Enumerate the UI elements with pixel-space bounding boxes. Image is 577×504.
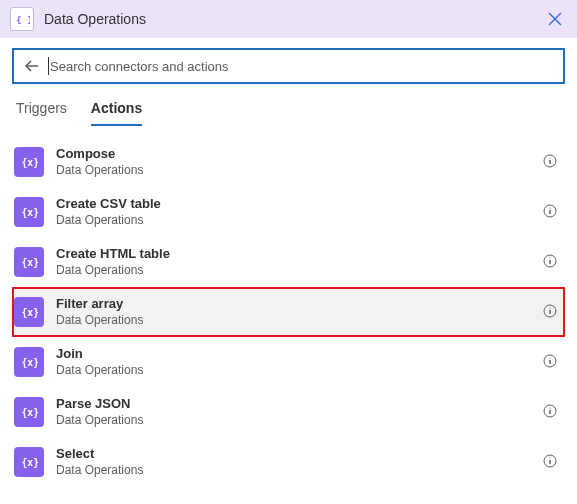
action-title: Join <box>56 346 535 363</box>
panel-header: { } Data Operations <box>0 0 577 38</box>
close-icon <box>548 12 562 26</box>
action-text: Parse JSONData Operations <box>56 396 535 428</box>
back-button[interactable] <box>22 56 42 76</box>
svg-point-11 <box>549 207 550 208</box>
action-subtitle: Data Operations <box>56 413 535 429</box>
action-title: Parse JSON <box>56 396 535 413</box>
panel-body: Triggers Actions {x}ComposeData Operatio… <box>0 38 577 504</box>
svg-point-31 <box>549 457 550 458</box>
data-operations-icon: {x} <box>14 147 44 177</box>
action-subtitle: Data Operations <box>56 363 535 379</box>
data-operations-icon: {x} <box>14 197 44 227</box>
svg-point-27 <box>549 407 550 408</box>
connector-panel: { } Data Operations Triggers Actions {x}… <box>0 0 577 504</box>
action-text: Create HTML tableData Operations <box>56 246 535 278</box>
info-button[interactable] <box>543 254 559 270</box>
action-item[interactable]: {x}Parse JSONData Operations <box>12 387 565 437</box>
action-title: Compose <box>56 146 535 163</box>
tab-actions[interactable]: Actions <box>91 100 142 126</box>
svg-text:{x}: {x} <box>22 357 39 368</box>
info-button[interactable] <box>543 304 559 320</box>
action-subtitle: Data Operations <box>56 313 535 329</box>
search-container <box>12 48 565 84</box>
action-subtitle: Data Operations <box>56 263 535 279</box>
svg-point-23 <box>549 357 550 358</box>
connector-icon: { } <box>10 7 34 31</box>
action-subtitle: Data Operations <box>56 463 535 479</box>
text-caret <box>48 57 49 75</box>
svg-text:{x}: {x} <box>22 457 39 468</box>
action-list: {x}ComposeData Operations{x}Create CSV t… <box>12 137 565 504</box>
svg-text:{x}: {x} <box>22 207 39 218</box>
close-button[interactable] <box>543 7 567 31</box>
action-text: SelectData Operations <box>56 446 535 478</box>
svg-text:{x}: {x} <box>22 257 39 268</box>
data-operations-icon: {x} <box>14 347 44 377</box>
tab-bar: Triggers Actions <box>12 84 565 127</box>
info-button[interactable] <box>543 204 559 220</box>
action-text: Create CSV tableData Operations <box>56 196 535 228</box>
search-input[interactable] <box>50 50 555 82</box>
action-title: Create HTML table <box>56 246 535 263</box>
svg-text:{x}: {x} <box>22 307 39 318</box>
info-button[interactable] <box>543 154 559 170</box>
action-item[interactable]: {x}Filter arrayData Operations <box>12 287 565 337</box>
action-item[interactable]: {x}Create HTML tableData Operations <box>12 237 565 287</box>
back-arrow-icon <box>24 58 40 74</box>
svg-text:{x}: {x} <box>22 157 39 168</box>
action-item[interactable]: {x}Create CSV tableData Operations <box>12 187 565 237</box>
panel-title: Data Operations <box>44 11 543 27</box>
action-text: Filter arrayData Operations <box>56 296 535 328</box>
data-operations-icon: {x} <box>14 397 44 427</box>
data-operations-icon: {x} <box>14 297 44 327</box>
svg-point-7 <box>549 157 550 158</box>
info-button[interactable] <box>543 354 559 370</box>
action-title: Create CSV table <box>56 196 535 213</box>
action-text: JoinData Operations <box>56 346 535 378</box>
action-item[interactable]: {x}JoinData Operations <box>12 337 565 387</box>
info-button[interactable] <box>543 404 559 420</box>
tab-triggers[interactable]: Triggers <box>16 100 67 126</box>
svg-text:{x}: {x} <box>22 407 39 418</box>
svg-point-19 <box>549 307 550 308</box>
action-item[interactable]: {x}ComposeData Operations <box>12 137 565 187</box>
action-title: Select <box>56 446 535 463</box>
action-subtitle: Data Operations <box>56 213 535 229</box>
action-text: ComposeData Operations <box>56 146 535 178</box>
data-operations-icon: {x} <box>14 247 44 277</box>
action-item[interactable]: {x}SelectData Operations <box>12 437 565 487</box>
info-button[interactable] <box>543 454 559 470</box>
action-title: Filter array <box>56 296 535 313</box>
data-operations-icon: {x} <box>14 447 44 477</box>
action-subtitle: Data Operations <box>56 163 535 179</box>
svg-point-15 <box>549 257 550 258</box>
svg-text:{ }: { } <box>16 14 30 25</box>
